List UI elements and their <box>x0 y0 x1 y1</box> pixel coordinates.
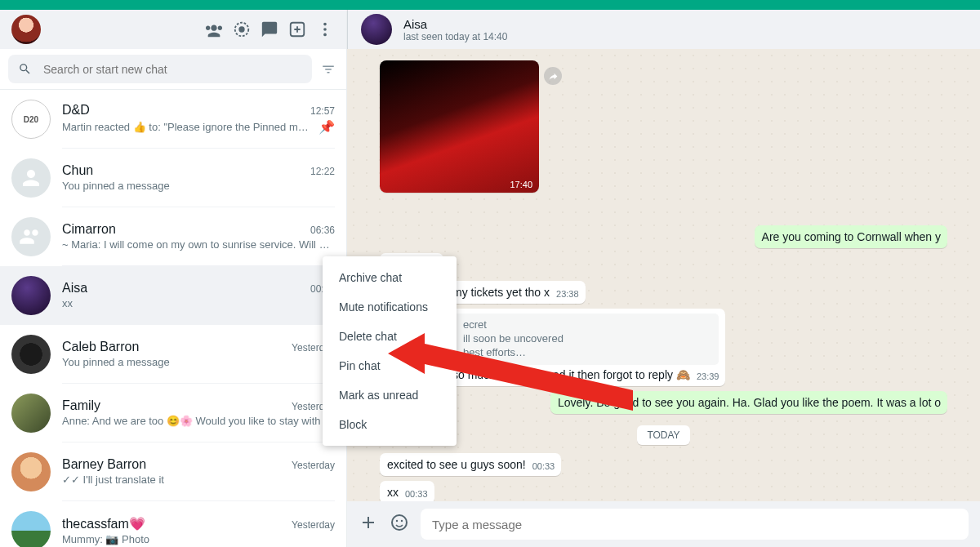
chat-name: Cimarron <box>62 222 116 237</box>
attach-icon[interactable] <box>359 513 378 536</box>
chat-row[interactable]: Chun12:22 You pinned a message <box>0 149 346 207</box>
chat-row[interactable]: Caleb BarronYesterday You pinned a messa… <box>0 325 346 384</box>
message-text: excited to see u guys soon! <box>387 458 526 471</box>
ctx-delete[interactable]: Delete chat <box>323 322 457 351</box>
incoming-message[interactable]: xx00:33 <box>380 481 434 501</box>
chat-row[interactable]: Barney BarronYesterday ✓✓ I'll just tran… <box>0 442 346 501</box>
message-text: so much!!! sorry i read it then forgot t… <box>452 368 690 381</box>
chat-avatar <box>11 335 51 374</box>
chat-avatar: D20 <box>11 100 51 139</box>
chat-avatar <box>11 511 51 547</box>
chat-preview: ✓✓ I'll just translate it <box>62 474 335 486</box>
chat-avatar <box>11 394 51 433</box>
svg-point-8 <box>401 520 403 522</box>
search-input[interactable] <box>43 63 302 76</box>
ctx-block[interactable]: Block <box>323 410 457 439</box>
sidebar-header <box>0 10 346 49</box>
outgoing-message[interactable]: Are you coming to Cornwall when y <box>755 225 947 248</box>
window-titlebar <box>0 0 980 10</box>
svg-point-3 <box>323 23 327 26</box>
search-icon <box>18 62 32 76</box>
new-chat-icon[interactable] <box>260 20 279 39</box>
chat-row[interactable]: D20 D&D12:57 Martin reacted 👍 to: "Pleas… <box>0 90 346 149</box>
quote-line: ill soon be uncovered <box>463 332 710 346</box>
svg-point-4 <box>323 28 327 31</box>
chat-row[interactable]: thecassfam💗Yesterday Mummy: 📷 Photo <box>0 501 346 547</box>
chat-header-status: last seen today at 14:40 <box>403 31 507 42</box>
chat-preview: Anne: And we are too 😊🌸 Would you like t… <box>62 415 335 427</box>
message-text: xx <box>387 486 399 499</box>
chat-preview: Martin reacted 👍 to: "Please ignore the … <box>62 121 314 133</box>
outgoing-message[interactable]: Lovely. Be good to see you again. Ha. Gl… <box>550 391 947 414</box>
media-time: 17:40 <box>510 180 532 189</box>
chat-preview: You pinned a message <box>62 180 335 192</box>
chat-header-avatar[interactable] <box>361 14 392 45</box>
date-separator: TODAY <box>380 425 947 445</box>
chat-avatar <box>11 276 51 315</box>
chat-preview: Mummy: 📷 Photo <box>62 533 335 545</box>
message-time: 00:33 <box>532 461 555 471</box>
message-text: Lovely. Be good to see you again. Ha. Gl… <box>558 396 941 409</box>
svg-point-1 <box>238 26 244 32</box>
chat-name: Aisa <box>62 281 87 296</box>
profile-avatar[interactable] <box>11 15 41 44</box>
date-label: TODAY <box>637 425 689 445</box>
chat-row[interactable]: FamilyYesterday Anne: And we are too 😊🌸 … <box>0 384 346 442</box>
status-icon[interactable] <box>232 20 252 39</box>
chat-avatar <box>11 452 51 491</box>
chat-time: 06:36 <box>310 225 335 236</box>
ctx-mark-unread[interactable]: Mark as unread <box>323 380 457 410</box>
chat-name: Caleb Barron <box>62 340 139 354</box>
chat-name: thecassfam💗 <box>62 516 145 531</box>
chat-time: Yesterday <box>292 519 335 531</box>
ctx-archive[interactable]: Archive chat <box>323 263 457 292</box>
chat-preview: ~ Maria: I will come on my own to sunris… <box>62 238 335 251</box>
communities-icon[interactable] <box>204 20 224 39</box>
message-time: 23:39 <box>697 371 719 381</box>
message-text: my tickets yet tho x <box>452 286 550 299</box>
ctx-pin[interactable]: Pin chat <box>323 351 457 380</box>
chat-name: Chun <box>62 163 93 178</box>
context-menu: Archive chat Mute notifications Delete c… <box>323 256 457 446</box>
quote-line: ecret <box>463 318 710 332</box>
emoji-icon[interactable] <box>390 513 409 536</box>
chat-list: D20 D&D12:57 Martin reacted 👍 to: "Pleas… <box>0 90 346 547</box>
menu-icon[interactable] <box>315 20 335 39</box>
chat-preview: xx <box>62 297 335 309</box>
incoming-message[interactable]: excited to see u guys soon!00:33 <box>380 453 561 476</box>
chat-avatar <box>11 158 51 198</box>
svg-point-6 <box>392 515 407 530</box>
chat-time: 12:22 <box>310 166 335 177</box>
chat-name: Family <box>62 398 100 413</box>
search-box[interactable] <box>8 55 312 83</box>
chat-time: Yesterday <box>292 460 335 471</box>
sidebar: D20 D&D12:57 Martin reacted 👍 to: "Pleas… <box>0 10 347 547</box>
incoming-message-quoted[interactable]: ecret ill soon be uncovered best efforts… <box>445 309 725 386</box>
message-time: 23:38 <box>556 289 579 299</box>
chat-header[interactable]: Aisa last seen today at 14:40 <box>347 10 980 49</box>
incoming-message[interactable]: my tickets yet tho x23:38 <box>445 281 586 304</box>
message-input[interactable] <box>421 509 969 540</box>
media-message[interactable]: 17:40 <box>380 60 539 193</box>
chat-time: 12:57 <box>310 105 335 117</box>
chat-preview: You pinned a message <box>62 356 335 368</box>
chat-avatar <box>11 217 51 256</box>
filter-icon[interactable] <box>318 60 338 79</box>
composer <box>347 501 980 547</box>
new-chat-plus-icon[interactable] <box>287 20 307 39</box>
message-time: 00:33 <box>405 489 428 499</box>
quoted-reply: ecret ill soon be uncovered best efforts… <box>452 314 719 365</box>
chat-row[interactable]: Cimarron06:36 ~ Maria: I will come on my… <box>0 207 346 266</box>
chat-name: Barney Barron <box>62 457 146 472</box>
chat-name: D&D <box>62 103 90 118</box>
svg-point-7 <box>396 520 398 522</box>
pin-icon: 📌 <box>318 119 335 135</box>
ctx-mute[interactable]: Mute notifications <box>323 292 457 322</box>
svg-point-5 <box>323 33 327 37</box>
forward-icon[interactable] <box>544 67 562 85</box>
chat-row-active[interactable]: Aisa00:33 xx <box>0 266 346 325</box>
chat-header-name: Aisa <box>403 17 507 31</box>
quote-line: best efforts… <box>463 346 710 360</box>
message-text: Are you coming to Cornwall when y <box>762 230 941 243</box>
